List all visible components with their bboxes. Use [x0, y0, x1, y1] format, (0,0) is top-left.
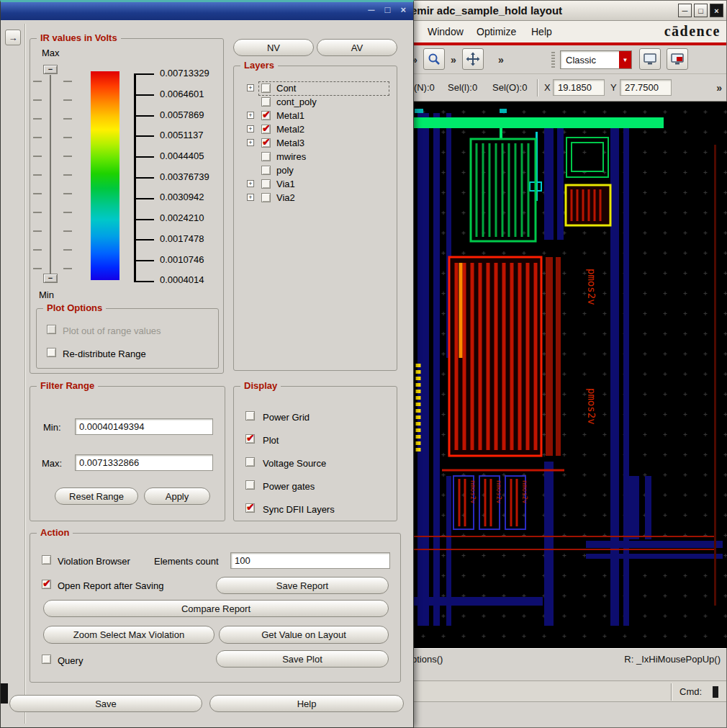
- display-group-title: Display: [240, 380, 281, 391]
- menu-optimize[interactable]: Optimize: [477, 26, 516, 37]
- layer-label: Metal1: [276, 110, 304, 121]
- layer-row-poly[interactable]: poly: [243, 164, 391, 177]
- menu-window[interactable]: Window: [428, 26, 464, 37]
- elements-count-label: Elements count: [154, 556, 219, 567]
- query-checkbox[interactable]: [42, 655, 51, 664]
- slider-ticks-left: [33, 81, 42, 269]
- monitor-icon: [643, 52, 657, 66]
- slider-ticks-right: [63, 81, 72, 269]
- tree-expander-icon[interactable]: +: [247, 180, 254, 187]
- open-report-checkbox[interactable]: [42, 580, 51, 589]
- layer-checkbox[interactable]: [261, 166, 271, 175]
- close-button[interactable]: ×: [400, 4, 406, 15]
- nv-button[interactable]: NV: [233, 39, 314, 56]
- apply-button[interactable]: Apply: [144, 487, 210, 505]
- layer-checkbox[interactable]: [261, 152, 271, 161]
- layer-row-metal3[interactable]: + Metal3: [243, 137, 391, 150]
- workspace-selected-value: Classic: [561, 51, 619, 68]
- toolbar-main: » » » Classic ▼: [407, 45, 726, 74]
- layer-checkbox[interactable]: [261, 111, 271, 120]
- elements-count-input[interactable]: [230, 552, 390, 569]
- panel-expand-button[interactable]: →: [5, 30, 21, 45]
- av-button[interactable]: AV: [317, 39, 397, 56]
- layer-row-cont[interactable]: + Cont: [243, 82, 391, 95]
- sync-dfii-label: Sync DFII Layers: [263, 504, 335, 515]
- toolbar-grip[interactable]: [551, 52, 555, 68]
- pan-tool-button[interactable]: [462, 48, 484, 70]
- maximize-button[interactable]: □: [694, 4, 708, 17]
- tree-expander-icon[interactable]: +: [247, 125, 254, 132]
- toolbar-overflow-icon[interactable]: »: [451, 54, 456, 66]
- ir-values-group-title: IR values in Volts: [37, 32, 121, 43]
- tree-expander-icon[interactable]: +: [247, 84, 254, 91]
- range-slider-track[interactable]: [50, 75, 51, 274]
- edge-net: [714, 145, 716, 606]
- layer-checkbox[interactable]: [261, 84, 271, 93]
- minimize-button[interactable]: ─: [368, 4, 374, 15]
- display-options-button[interactable]: [639, 48, 661, 70]
- layer-checkbox[interactable]: [261, 97, 271, 107]
- layer-checkbox[interactable]: [261, 179, 271, 189]
- plot-out-of-range-label: Plot out of range values: [63, 325, 161, 336]
- open-report-label: Open Report after Saving: [58, 580, 163, 591]
- mouse-bindings-bar: ptions() R: _IxHiMousePopUp(): [407, 648, 726, 670]
- violation-browser-checkbox[interactable]: [42, 555, 51, 565]
- redistribute-range-checkbox[interactable]: [47, 348, 56, 357]
- plot-label: Plot: [263, 435, 279, 446]
- tree-expander-icon[interactable]: +: [247, 112, 254, 119]
- layer-checkbox[interactable]: [261, 125, 271, 134]
- filter-min-input[interactable]: [75, 418, 213, 435]
- cell-label-pmos: pmos2v: [586, 388, 597, 425]
- help-button[interactable]: Help: [209, 695, 404, 712]
- resize-corner[interactable]: [1, 683, 8, 704]
- command-bar: Cmd:: [407, 680, 726, 702]
- scale-value: 0.0051137: [160, 130, 204, 140]
- save-button[interactable]: Save: [9, 695, 202, 712]
- range-slider-min-handle[interactable]: −: [43, 274, 58, 283]
- scale-value: 0.0017478: [160, 233, 204, 244]
- cmd-input-caret[interactable]: [713, 686, 718, 698]
- toolbar-overflow-icon[interactable]: »: [498, 54, 504, 66]
- toolbar-overflow-icon[interactable]: »: [716, 82, 722, 94]
- cadence-titlebar[interactable]: emir adc_sample_hold layout ─ □ ×: [407, 1, 726, 21]
- dialog-titlebar[interactable]: ─ □ ×: [1, 2, 413, 20]
- workspace-combobox[interactable]: Classic ▼: [560, 50, 632, 69]
- layer-row-metal2[interactable]: + Metal2: [243, 123, 391, 136]
- layer-row-cont-poly[interactable]: cont_poly: [243, 96, 391, 109]
- power-gates-checkbox[interactable]: [245, 480, 255, 490]
- zoom-tool-button[interactable]: [423, 48, 445, 70]
- range-slider-max-handle[interactable]: −: [43, 65, 58, 74]
- layer-row-mwires[interactable]: mwires: [243, 150, 391, 163]
- voltage-source-checkbox[interactable]: [245, 457, 255, 467]
- reset-range-button[interactable]: Reset Range: [55, 487, 138, 505]
- layer-checkbox[interactable]: [261, 138, 271, 148]
- close-button[interactable]: ×: [710, 4, 723, 17]
- sel-o-count: Sel(O):0: [492, 82, 527, 93]
- plot-checkbox[interactable]: [245, 434, 255, 444]
- layer-palette-button[interactable]: [667, 48, 688, 70]
- compare-report-button[interactable]: Compare Report: [43, 600, 389, 617]
- layout-canvas[interactable]: pmos2v pmos2v nmos2v nmos2v nmos2v: [413, 102, 727, 648]
- minimize-button[interactable]: ─: [678, 4, 692, 17]
- layer-row-via2[interactable]: + Via2: [243, 192, 391, 205]
- layer-row-via1[interactable]: + Via1: [243, 178, 391, 191]
- tree-expander-icon[interactable]: +: [247, 194, 254, 201]
- save-plot-button[interactable]: Save Plot: [216, 650, 389, 668]
- maximize-button[interactable]: □: [385, 4, 391, 15]
- zoom-select-max-violation-button[interactable]: Zoom Select Max Violation: [43, 626, 215, 644]
- filter-max-input[interactable]: [75, 454, 213, 471]
- dropdown-arrow-icon[interactable]: ▼: [619, 51, 631, 68]
- cmd-label: Cmd:: [679, 686, 702, 697]
- filter-range-group: Filter Range Min: Max: Reset Range Apply: [30, 386, 225, 521]
- save-report-button[interactable]: Save Report: [216, 577, 389, 594]
- sel-n-count: l(N):0: [412, 82, 435, 93]
- sync-dfii-checkbox[interactable]: [245, 503, 255, 513]
- plot-out-of-range-checkbox[interactable]: [47, 325, 56, 334]
- layer-row-metal1[interactable]: + Metal1: [243, 109, 391, 122]
- menu-help[interactable]: Help: [531, 26, 552, 37]
- power-grid-checkbox[interactable]: [245, 411, 255, 421]
- tree-expander-icon[interactable]: +: [247, 139, 254, 146]
- get-value-on-layout-button[interactable]: Get Value on Layout: [219, 626, 389, 644]
- layer-checkbox[interactable]: [261, 193, 271, 202]
- binding-right-text: R: _IxHiMousePopUp(): [624, 654, 721, 665]
